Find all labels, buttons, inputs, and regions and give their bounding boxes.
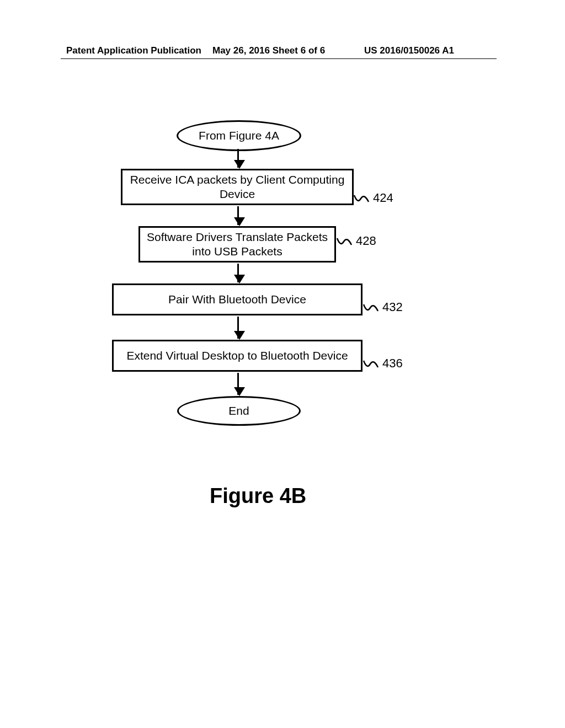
ref-connector-432 <box>363 302 379 315</box>
arrow-start-to-424 <box>237 149 239 168</box>
patent-page: Patent Application Publication May 26, 2… <box>0 0 565 728</box>
step-424: Receive ICA packets by Client Computing … <box>121 169 354 205</box>
step-432: Pair With Bluetooth Device <box>112 283 363 315</box>
step-436: Extend Virtual Desktop to Bluetooth Devi… <box>112 340 363 372</box>
step-428: Software Drivers Translate Packets into … <box>138 226 336 263</box>
step-432-text: Pair With Bluetooth Device <box>168 292 306 307</box>
ref-424: 424 <box>373 191 393 205</box>
terminator-start-label: From Figure 4A <box>199 129 279 142</box>
ref-connector-436 <box>363 358 379 372</box>
step-428-text: Software Drivers Translate Packets into … <box>143 230 331 259</box>
terminator-start: From Figure 4A <box>177 120 301 151</box>
figure-caption: Figure 4B <box>210 484 306 508</box>
step-424-text: Receive ICA packets by Client Computing … <box>126 173 349 202</box>
arrow-428-to-432 <box>237 264 239 282</box>
ref-432: 432 <box>382 300 403 314</box>
terminator-end-label: End <box>228 404 249 417</box>
arrow-432-to-436 <box>237 317 239 339</box>
arrow-424-to-428 <box>237 206 239 225</box>
arrow-436-to-end <box>237 373 239 395</box>
step-436-text: Extend Virtual Desktop to Bluetooth Devi… <box>126 349 348 363</box>
ref-436: 436 <box>382 356 403 371</box>
ref-connector-428 <box>336 236 353 249</box>
ref-connector-424 <box>353 193 370 206</box>
flowchart-figure-4b: From Figure 4A Receive ICA packets by Cl… <box>0 0 565 728</box>
terminator-end: End <box>177 396 301 426</box>
ref-428: 428 <box>356 234 376 248</box>
